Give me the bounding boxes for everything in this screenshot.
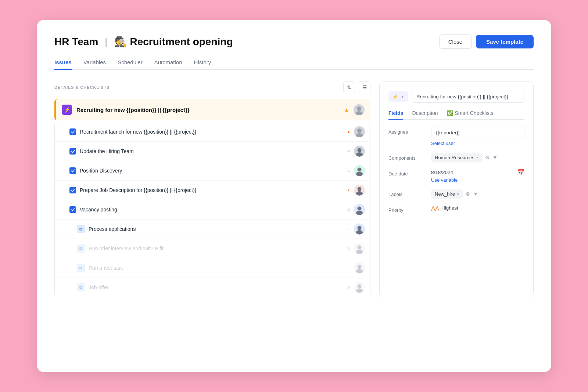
components-field-row: Components Human Resources × ⊗ ▼ <box>388 153 524 162</box>
table-row: Vacancy posting ≡ <box>55 200 370 219</box>
svg-point-18 <box>356 230 363 235</box>
subtask-avatar-8 <box>354 262 365 273</box>
assignee-input[interactable] <box>431 127 524 138</box>
checklist-icon-btn[interactable]: ☰ <box>359 81 370 93</box>
svg-point-27 <box>356 288 363 293</box>
svg-point-0 <box>357 106 361 111</box>
svg-point-5 <box>358 148 362 152</box>
tab-scheduler[interactable]: Scheduler <box>118 59 143 70</box>
svg-point-14 <box>358 207 362 211</box>
priority-eq-6: ≡ <box>347 226 350 232</box>
priority-eq-2: ≡ <box>347 148 350 154</box>
svg-point-8 <box>358 168 362 172</box>
subtask-title-4: Prepare Job Description for {{position}}… <box>80 187 343 193</box>
main-content: DETAILS & CHECKLISTS ⇅ ☰ ⚡ Recruiting fo… <box>54 81 534 297</box>
nested-icon-7: ⧉ <box>77 244 85 253</box>
subtask-avatar-4 <box>354 185 365 196</box>
svg-point-3 <box>356 133 363 137</box>
priority-eq-9: ≡ <box>347 284 350 290</box>
priority-field-row: Priority ⋀⋀ Highest <box>388 205 524 213</box>
lightning-icon-right: ⚡ <box>392 94 398 99</box>
svg-point-6 <box>356 152 363 157</box>
label-remove-btn[interactable]: × <box>457 192 459 196</box>
project-title: Recruitment opening <box>130 36 233 47</box>
panel-header-label: DETAILS & CHECKLISTS <box>54 85 110 90</box>
checkbox-2[interactable] <box>69 148 76 155</box>
priority-value: ⋀⋀ Highest <box>431 205 524 211</box>
tab-variables[interactable]: Variables <box>83 59 106 70</box>
tab-fields[interactable]: Fields <box>388 110 403 120</box>
subtask-title-7: Run brief interview and culture fit <box>89 246 344 251</box>
component-remove-btn[interactable]: × <box>476 155 478 160</box>
parent-task-expand[interactable]: ▲ <box>344 107 349 113</box>
checkbox-1[interactable] <box>69 128 76 135</box>
label-field-row: New_hire × ⊗ ▼ <box>431 189 524 199</box>
save-template-button[interactable]: Save template <box>476 35 534 48</box>
title-separator: | <box>105 36 111 47</box>
subtask-title-2: Update the Hiring Team <box>80 148 344 154</box>
close-button[interactable]: Close <box>439 35 472 49</box>
subtask-avatar-9 <box>354 282 365 293</box>
subtask-avatar-1 <box>354 126 365 137</box>
parent-task-title: Recruiting for new {{position}} || {{pro… <box>76 107 340 113</box>
left-panel: DETAILS & CHECKLISTS ⇅ ☰ ⚡ Recruiting fo… <box>54 81 370 297</box>
labels-label: Labels <box>388 189 425 197</box>
tab-history[interactable]: History <box>194 59 211 70</box>
calendar-icon[interactable]: 📅 <box>517 169 524 176</box>
due-date-field-row: Due date 8/18/2024 📅 Use variable <box>388 169 524 183</box>
svg-point-21 <box>356 250 363 254</box>
labels-value: New_hire × ⊗ ▼ <box>431 189 524 199</box>
filter-icon-btn[interactable]: ⇅ <box>343 81 355 93</box>
tab-issues[interactable]: Issues <box>54 59 72 70</box>
components-label: Components <box>388 153 425 161</box>
table-row: Recruitment launch for new {{position}} … <box>55 122 370 142</box>
table-row: ⧉ Process applications ≡ <box>55 219 370 239</box>
subtask-avatar-7 <box>354 243 365 254</box>
priority-label: Priority <box>388 205 425 213</box>
label-close-icon[interactable]: ⊗ <box>466 191 470 197</box>
lightning-icon: ⚡ <box>64 107 70 113</box>
table-row: Prepare Job Description for {{position}}… <box>55 181 370 200</box>
assignee-value: Select user <box>431 127 524 146</box>
parent-task-icon: ⚡ <box>62 105 72 115</box>
label-tag-text: New_hire <box>435 191 455 197</box>
checkbox-3[interactable] <box>69 167 76 174</box>
component-tag-text: Human Resources <box>435 155 474 160</box>
checkbox-5[interactable] <box>69 206 76 213</box>
table-row: ⧉ Run a test task ≡ <box>55 258 370 278</box>
subtask-title-1: Recruitment launch for new {{position}} … <box>80 129 343 135</box>
svg-point-15 <box>356 211 363 215</box>
subtask-avatar-3 <box>354 165 365 176</box>
svg-point-26 <box>358 284 362 288</box>
checkbox-4[interactable] <box>69 187 76 193</box>
assignee-label: Assignee <box>388 127 425 135</box>
page-title: HR Team | 🕵️ Recruitment opening <box>54 36 233 48</box>
priority-eq-8: ≡ <box>347 265 350 271</box>
tab-description[interactable]: Description <box>412 110 438 120</box>
table-row: Position Discovery ≡ <box>55 161 370 181</box>
label-tag: New_hire × <box>431 189 463 199</box>
use-variable-link[interactable]: Use variable <box>431 177 524 183</box>
parent-task-avatar <box>354 104 365 115</box>
nested-icon-6: ⧉ <box>77 225 85 233</box>
task-type-button[interactable]: ⚡ ▼ <box>388 91 408 102</box>
tab-smart-checklists[interactable]: ✅ Smart Checklists <box>447 110 494 120</box>
table-row: ⧉ Job offer ≡ <box>55 278 370 297</box>
priority-eq-7: ≡ <box>347 246 350 251</box>
table-row: ⧉ Run brief interview and culture fit ≡ <box>55 239 370 258</box>
label-expand-icon[interactable]: ▼ <box>473 191 478 197</box>
component-expand-icon[interactable]: ▼ <box>492 155 498 160</box>
select-user-link[interactable]: Select user <box>431 141 455 146</box>
component-close-icon[interactable]: ⊗ <box>485 155 490 160</box>
tab-automation[interactable]: Automation <box>154 59 182 70</box>
team-name: HR Team <box>54 36 98 47</box>
subtask-title-3: Position Discovery <box>80 168 344 174</box>
due-date-label: Due date <box>388 169 425 177</box>
priority-eq-5: ≡ <box>347 207 350 213</box>
fields-tabs: Fields Description ✅ Smart Checklists <box>388 110 524 120</box>
svg-point-1 <box>355 111 363 115</box>
due-date-text: 8/18/2024 <box>431 170 514 175</box>
task-title-input[interactable] <box>412 91 524 103</box>
priority-up-icon: ⋀⋀ <box>431 205 439 211</box>
priority-chevrons-1: ▲ <box>347 130 350 134</box>
